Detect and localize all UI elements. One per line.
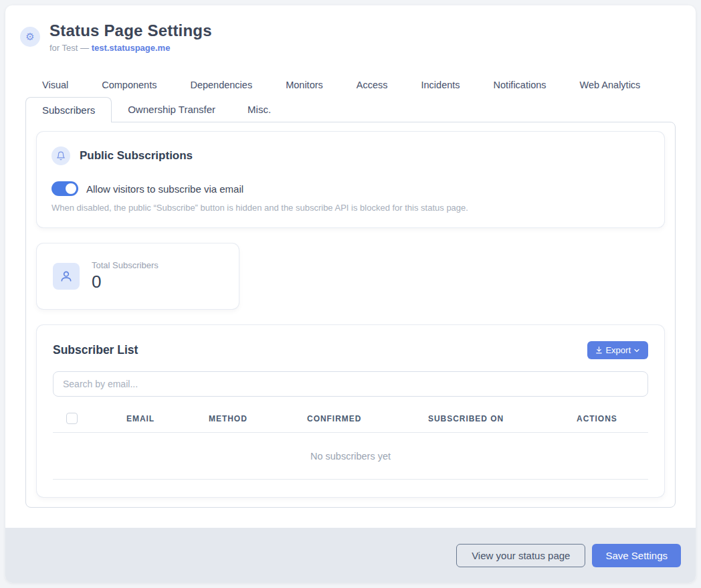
column-header-email: EMAIL (126, 414, 209, 423)
tab-monitors[interactable]: Monitors (269, 73, 340, 97)
total-subscribers-label: Total Subscribers (92, 260, 159, 270)
tab-incidents[interactable]: Incidents (405, 73, 477, 97)
tab-misc[interactable]: Misc. (231, 97, 287, 122)
select-all-cell (53, 413, 126, 424)
public-subscriptions-header: Public Subscriptions (52, 146, 649, 165)
tab-bar-primary: Visual Components Dependencies Monitors … (5, 73, 696, 97)
toggle-knob (66, 183, 76, 194)
status-page-link[interactable]: test.statuspage.me (92, 43, 171, 53)
export-button[interactable]: Export (587, 341, 648, 359)
tab-notifications[interactable]: Notifications (477, 73, 563, 97)
tab-components[interactable]: Components (85, 73, 173, 97)
tab-subscribers[interactable]: Subscribers (25, 97, 112, 122)
subscribe-toggle-row: Allow visitors to subscribe via email (52, 181, 649, 196)
column-header-confirmed: CONFIRMED (307, 414, 428, 423)
page-subtitle: for Test — test.statuspage.me (49, 43, 212, 53)
gear-glyph: ⚙ (25, 31, 34, 43)
page-title: Status Page Settings (49, 21, 212, 40)
subscriber-list-card: Subscriber List Export EMAIL METHO (37, 325, 664, 497)
allow-subscribe-toggle[interactable] (52, 181, 78, 196)
save-settings-button[interactable]: Save Settings (592, 544, 681, 567)
subscribers-tab-panel: Public Subscriptions Allow visitors to s… (25, 122, 676, 508)
person-icon (53, 263, 80, 290)
tab-access[interactable]: Access (340, 73, 405, 97)
tab-visual[interactable]: Visual (25, 73, 85, 97)
download-icon (595, 346, 603, 355)
gear-icon: ⚙ (20, 27, 40, 47)
public-subscriptions-card: Public Subscriptions Allow visitors to s… (37, 132, 664, 227)
public-subscriptions-title: Public Subscriptions (80, 149, 193, 163)
total-subscribers-value: 0 (92, 272, 159, 292)
tab-dependencies[interactable]: Dependencies (173, 73, 269, 97)
column-header-actions: ACTIONS (577, 414, 648, 423)
page-header: ⚙ Status Page Settings for Test — test.s… (5, 5, 696, 53)
select-all-checkbox[interactable] (66, 413, 78, 424)
export-label: Export (605, 345, 631, 355)
tab-web-analytics[interactable]: Web Analytics (563, 73, 658, 97)
subscriber-table-header: EMAIL METHOD CONFIRMED SUBSCRIBED ON ACT… (53, 405, 648, 433)
tab-bar-secondary: Subscribers Ownership Transfer Misc. (5, 97, 696, 122)
tab-ownership-transfer[interactable]: Ownership Transfer (112, 97, 231, 122)
status-page-settings-window: ⚙ Status Page Settings for Test — test.s… (5, 5, 696, 583)
subscribe-helper-text: When disabled, the public “Subscribe” bu… (52, 203, 649, 213)
subtitle-prefix: for Test — (49, 43, 92, 53)
footer-action-bar: View your status page Save Settings (5, 528, 696, 583)
search-input[interactable] (53, 371, 648, 397)
empty-state-message: No subscribers yet (53, 433, 648, 480)
stat-text: Total Subscribers 0 (92, 260, 159, 292)
column-header-subscribed-on: SUBSCRIBED ON (428, 414, 577, 423)
header-text: Status Page Settings for Test — test.sta… (49, 21, 212, 53)
bell-icon (52, 146, 70, 165)
total-subscribers-card: Total Subscribers 0 (37, 243, 239, 309)
subscriber-list-header: Subscriber List Export (53, 341, 648, 359)
subscriber-list-title: Subscriber List (53, 343, 138, 357)
chevron-down-icon (633, 347, 641, 355)
allow-subscribe-label: Allow visitors to subscribe via email (86, 183, 243, 195)
column-header-method: METHOD (209, 414, 307, 423)
view-status-page-button[interactable]: View your status page (456, 544, 585, 567)
